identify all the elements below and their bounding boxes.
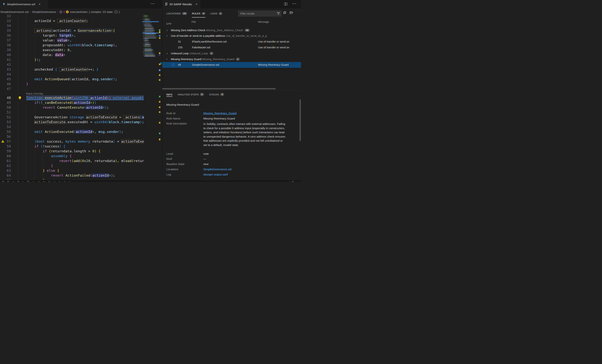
rule-group-row[interactable]: ›Unbound Loop Unbound_Loop2	[162, 50, 301, 56]
codelens[interactable]: ftrace | funcSig	[0, 91, 162, 95]
code-line-63[interactable]: 63 } else {	[0, 168, 162, 173]
status-item[interactable]: ◦	[289, 180, 290, 182]
details-tab-stacks[interactable]: STACKS0	[209, 91, 224, 98]
status-item[interactable]: ∿	[48, 180, 51, 182]
code-line-40[interactable]: 40 data: data↑	[0, 53, 162, 57]
code-line-48[interactable]: 48function·executeAction(uint256·actionI…	[0, 95, 162, 100]
code-editor[interactable]: 3233 actionId = _actionCounter;3435 _act…	[0, 14, 162, 180]
code-line-32[interactable]: 32	[0, 14, 162, 19]
column-header-file[interactable]: File	[192, 20, 196, 23]
horizontal-scrollbar[interactable]	[162, 88, 276, 89]
overview-ruler[interactable]	[159, 15, 162, 180]
status-item[interactable]: △	[12, 180, 14, 182]
status-item[interactable]: ◇	[43, 180, 45, 182]
filter-funnel-icon[interactable]	[277, 12, 280, 15]
chevron-right-icon[interactable]: ›	[167, 27, 168, 33]
status-item[interactable]: 0	[8, 180, 9, 182]
code-line-36[interactable]: 36 target: target↑,	[0, 33, 162, 38]
code-line-52[interactable]: 52 GovernanceAction storage actionToExec…	[0, 115, 162, 120]
field-link[interactable]: eburger-output.sarif	[203, 173, 228, 176]
field-link[interactable]: Missing_Reentracy_Guard	[203, 112, 236, 115]
status-item[interactable]: △	[64, 180, 66, 182]
code-line-58[interactable]: 58 if (!success) {	[0, 144, 162, 149]
chevron-down-icon[interactable]: ›	[164, 35, 170, 36]
status-item[interactable]: ○	[32, 180, 34, 182]
panel-more-actions-icon[interactable]: ···	[292, 2, 297, 6]
field-value[interactable]: Missing_Reentracy_Guard	[203, 112, 236, 115]
code-line-39[interactable]: 39 executedAt: 0,	[0, 48, 162, 53]
result-row[interactable]: 235FakeMaster.solUse of transfer or send…	[162, 45, 301, 50]
details-tab-analysis-steps[interactable]: ANALYSIS STEPS0	[178, 91, 204, 98]
code-line-44[interactable]: 44	[0, 72, 162, 77]
code-line-64[interactable]: 64 revert ActionFailed(actionId↑);	[0, 173, 162, 178]
field-value[interactable]: SimpleGovernance.sol	[203, 168, 232, 171]
code-line-57[interactable]: 57 (bool success, bytes memory returndat…	[0, 139, 162, 144]
split-editor-icon[interactable]	[284, 3, 287, 5]
code-line-53[interactable]: 53 actionToExecute.executedAt = uint64(b…	[0, 120, 162, 125]
code-line-61[interactable]: 61 revert(add(0x20, returndata), mload(r…	[0, 159, 162, 163]
code-line-34[interactable]: 34	[0, 23, 162, 28]
code-line-43[interactable]: 43 unchecked { _actionCounter++; }	[0, 67, 162, 72]
code-line-55[interactable]: 55 emit ActionExecuted(actionId↑, msg.se…	[0, 129, 162, 134]
status-item[interactable]: ↻	[27, 180, 30, 182]
code-line-49[interactable]: 49 if(!_canBeExecuted(actionId↑))	[0, 100, 162, 105]
breadcrumb-file[interactable]: SimpleGovernance.sol	[0, 10, 29, 13]
vertical-scrollbar[interactable]	[300, 99, 301, 141]
rule-group-row[interactable]: ›Missing Reentracy Guard Missing_Reentra…	[162, 56, 301, 62]
status-item[interactable]: ⊘	[2, 180, 4, 182]
code-line-37[interactable]: 37 value: value↑,	[0, 38, 162, 43]
result-row[interactable]: i48SimpleGovernance.solMissing Reentracy…	[162, 62, 301, 68]
tab-locations[interactable]: LOCATIONS24	[166, 8, 187, 19]
code-line-35[interactable]: 35 _actions[actionId] = GovernanceAction…	[0, 28, 162, 33]
code-line-47[interactable]: 47	[0, 86, 162, 91]
lightbulb-icon[interactable]	[19, 96, 21, 99]
code-line-33[interactable]: 33 actionId = _actionCounter;	[0, 19, 162, 23]
code-line-51[interactable]: 51	[0, 110, 162, 115]
field-value[interactable]: eburger-output.sarif	[203, 173, 228, 176]
status-item[interactable]: ○	[22, 180, 24, 182]
close-icon[interactable]: ×	[195, 2, 197, 6]
chevron-right-icon[interactable]: ›	[167, 50, 168, 56]
line-number: 38	[0, 43, 11, 48]
rule-name: Missing Zero Address Check	[171, 29, 205, 32]
rule-group-row[interactable]: ›Use of transfer or send on a payable ad…	[162, 33, 301, 39]
code-line-46[interactable]: 46}	[0, 82, 162, 86]
code-line-62[interactable]: 62 }	[0, 163, 162, 168]
field-link[interactable]: SimpleGovernance.sol	[203, 168, 232, 171]
code-line-54[interactable]: 54	[0, 125, 162, 129]
close-icon[interactable]: ×	[39, 2, 41, 6]
code-line-56[interactable]: 56	[0, 134, 162, 139]
status-item[interactable]: □	[59, 180, 60, 182]
code-line-65[interactable]: 65 }	[0, 178, 162, 180]
status-item[interactable]: 0	[292, 180, 293, 182]
chevron-down-icon[interactable]: ›	[164, 59, 170, 60]
field-label: Level	[166, 152, 173, 155]
code-line-42[interactable]: 42	[0, 62, 162, 67]
column-header-message[interactable]: Message	[258, 20, 269, 23]
editor-more-actions-icon[interactable]: ···	[151, 2, 155, 6]
tab-logs[interactable]: LOGS1	[210, 8, 222, 19]
breadcrumb-contract[interactable]: SimpleGovernance	[32, 10, 56, 13]
code-line-45[interactable]: 45 emit ActionQueued(actionId, msg.sende…	[0, 77, 162, 82]
code-line-41[interactable]: 41 });	[0, 57, 162, 62]
status-item[interactable]: ○	[69, 180, 71, 182]
open-log-folder-icon[interactable]	[290, 11, 293, 14]
status-item[interactable]: ✓	[38, 180, 40, 182]
code-line-38[interactable]: 38 proposedAt: uint64(block.timestamp),	[0, 43, 162, 48]
code-line-59[interactable]: 59 if (returndata.length > 0) {	[0, 149, 162, 154]
rule-group-row[interactable]: ›Missing Zero Address Check Missing_Zero…	[162, 27, 301, 33]
editor-tab-simplegovernance[interactable]: SimpleGovernance.sol ×	[0, 0, 48, 8]
tab-rules[interactable]: RULES4	[192, 8, 205, 19]
code-line-50[interactable]: 50 revert CannotExecute(actionId↑);	[0, 105, 162, 110]
status-item[interactable]: 0	[17, 180, 19, 182]
breadcrumb-symbol[interactable]: executeAction	[70, 10, 87, 13]
details-tab-info[interactable]: INFO	[166, 91, 172, 98]
filter-box[interactable]	[238, 11, 281, 17]
minimap[interactable]	[142, 15, 159, 57]
code-line-60[interactable]: 60 assembly {	[0, 154, 162, 159]
collapse-all-icon[interactable]	[283, 11, 286, 14]
status-item[interactable]: ○	[54, 180, 55, 182]
result-row[interactable]: 31IFlashLoanEtherReceiver.solUse of tran…	[162, 39, 301, 45]
panel-tab-sarif-results[interactable]: 53 SARIF Results ×	[162, 0, 200, 8]
filter-input[interactable]	[240, 12, 277, 15]
